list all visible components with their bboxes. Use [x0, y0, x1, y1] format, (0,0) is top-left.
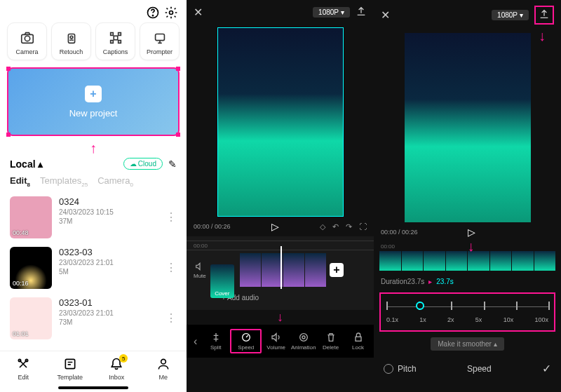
home-panel: Camera Retouch Captions Prompter + New p… — [0, 0, 187, 392]
speed-slider-box: 0.1x1x2x5x10x100x — [379, 292, 555, 332]
more-icon[interactable]: ⋮ — [165, 210, 177, 224]
video-preview[interactable] — [217, 27, 344, 217]
project-size: 5M — [59, 268, 114, 276]
tool-split[interactable]: Split — [203, 332, 229, 351]
local-label[interactable]: Local ▴ — [10, 158, 43, 170]
tool-speed[interactable]: Speed — [230, 329, 262, 353]
bottom-nav: Edit Template 5 Inbox Me — [0, 351, 187, 384]
cover-thumb[interactable]: Cover — [210, 264, 234, 298]
add-clip-button[interactable]: + — [330, 263, 344, 277]
undo-icon[interactable]: ↶ — [332, 222, 339, 231]
prompter-tool-label: Prompter — [147, 48, 173, 55]
annotation-arrow: ↓ — [468, 238, 475, 255]
project-date: 23/03/2023 21:01 — [59, 259, 114, 266]
top-icons — [0, 0, 187, 22]
project-title: 0323-01 — [59, 297, 114, 308]
back-icon[interactable]: ‹ — [189, 335, 201, 348]
export-icon[interactable] — [356, 6, 367, 19]
fullscreen-icon[interactable]: ⛶ — [359, 222, 367, 231]
svg-point-4 — [25, 36, 29, 41]
tool-delete[interactable]: Delete — [318, 332, 344, 351]
nav-inbox[interactable]: 5 Inbox — [93, 357, 140, 381]
speed-panel: ✕ 1080P ▾ ↓ 00:00 / 00:26 ▷ 00:00 ↓ Dura… — [374, 0, 561, 392]
project-tabs: Edit8 Templates25 Camera0 — [0, 171, 187, 192]
mute-button[interactable]: Mute — [194, 262, 206, 279]
project-thumb: 00:16 — [10, 247, 52, 289]
edit-tool-strip: ‹ Split Speed Volume Animation Delete Lo… — [187, 325, 374, 358]
annotation-arrow: ↓ — [539, 28, 546, 44]
project-date: 23/03/2023 21:01 — [59, 309, 114, 317]
nav-me[interactable]: Me — [140, 357, 187, 381]
captions-tool-label: Captions — [103, 48, 128, 55]
retouch-tool[interactable]: Retouch — [51, 22, 91, 60]
editor-top: ✕ 1080P ▾ — [187, 0, 374, 25]
video-preview[interactable] — [405, 33, 531, 222]
tool-lock[interactable]: Lock — [345, 332, 371, 351]
confirm-icon[interactable]: ✓ — [542, 362, 551, 375]
project-item[interactable]: 00:48 0324 24/03/2023 10:15 37M ⋮ — [0, 192, 187, 243]
inbox-badge: 5 — [119, 354, 128, 363]
cloud-button[interactable]: ☁ Cloud — [123, 158, 163, 170]
home-indicator — [58, 386, 128, 389]
settings-icon[interactable] — [164, 6, 178, 20]
prompter-tool[interactable]: Prompter — [140, 22, 180, 60]
speed-slider[interactable] — [386, 301, 548, 312]
svg-point-6 — [70, 36, 73, 39]
tab-templates[interactable]: Templates25 — [40, 175, 88, 188]
project-title: 0324 — [59, 196, 114, 207]
project-thumb: 00:48 — [10, 196, 52, 238]
annotation-arrow-up: ↑ — [0, 140, 187, 156]
svg-point-14 — [299, 334, 307, 342]
timeline[interactable]: 00:00 Mute Cover 23.7s + + Add audio — [187, 236, 374, 310]
new-project-button[interactable]: + New project — [7, 67, 180, 136]
duration-row: Duration23.7s▸23.7s — [374, 273, 561, 290]
svg-rect-7 — [114, 36, 118, 40]
svg-point-15 — [302, 336, 305, 339]
camera-tool-label: Camera — [15, 48, 38, 55]
svg-point-2 — [170, 11, 173, 15]
help-icon[interactable] — [146, 6, 160, 20]
playhead[interactable] — [280, 246, 282, 289]
nav-template[interactable]: Template — [47, 357, 94, 381]
camera-tool[interactable]: Camera — [7, 22, 47, 60]
speed-bottom-bar: Pitch Speed ✓ — [374, 356, 561, 381]
close-icon[interactable]: ✕ — [194, 6, 203, 19]
play-button[interactable]: ▷ — [468, 227, 475, 238]
svg-rect-16 — [356, 337, 361, 341]
speed-title: Speed — [467, 364, 492, 374]
tool-animation[interactable]: Animation — [290, 332, 316, 351]
editor-top: ✕ 1080P ▾ — [374, 0, 561, 30]
more-icon[interactable]: ⋮ — [165, 311, 177, 325]
nav-edit[interactable]: Edit — [0, 357, 47, 381]
export-icon[interactable] — [534, 6, 554, 25]
resolution-button[interactable]: 1080P ▾ — [492, 10, 529, 20]
play-button[interactable]: ▷ — [271, 221, 279, 232]
edit-icon[interactable]: ✎ — [168, 158, 177, 170]
plus-icon: + — [85, 86, 102, 102]
redo-icon[interactable]: ↷ — [346, 222, 352, 231]
resolution-button[interactable]: 1080P ▾ — [313, 7, 350, 18]
tab-edit[interactable]: Edit8 — [10, 175, 30, 188]
annotation-arrow-down: ↓ — [187, 310, 374, 325]
svg-point-12 — [161, 359, 165, 364]
time-bar: 00:00 / 00:26 ▷ ◇ ↶ ↷ ⛶ — [187, 217, 374, 236]
keyframe-icon[interactable]: ◇ — [320, 222, 325, 231]
tool-volume[interactable]: Volume — [263, 332, 289, 351]
captions-tool[interactable]: Captions — [95, 22, 135, 60]
project-thumb: 01:01 — [10, 297, 52, 339]
project-date: 24/03/2023 10:15 — [59, 208, 114, 216]
project-item[interactable]: 00:16 0323-03 23/03/2023 21:01 5M ⋮ — [0, 243, 187, 293]
tab-camera[interactable]: Camera0 — [97, 175, 133, 188]
project-title: 0323-03 — [59, 247, 114, 257]
svg-rect-8 — [155, 34, 164, 41]
pitch-toggle[interactable]: Pitch — [384, 364, 417, 374]
tool-row: Camera Retouch Captions Prompter — [0, 22, 187, 60]
make-smoother-button[interactable]: Make it smoother ▴ — [431, 337, 503, 351]
project-item[interactable]: 01:01 0323-01 23/03/2023 21:01 73M ⋮ — [0, 293, 187, 344]
local-row: Local ▴ ☁ Cloud ✎ — [0, 156, 187, 171]
clip-strip[interactable]: + — [240, 253, 367, 287]
editor-panel: ✕ 1080P ▾ 00:00 / 00:26 ▷ ◇ ↶ ↷ ⛶ 00:00 … — [187, 0, 374, 392]
slider-thumb[interactable] — [416, 302, 424, 310]
close-icon[interactable]: ✕ — [381, 8, 390, 22]
more-icon[interactable]: ⋮ — [165, 261, 177, 274]
